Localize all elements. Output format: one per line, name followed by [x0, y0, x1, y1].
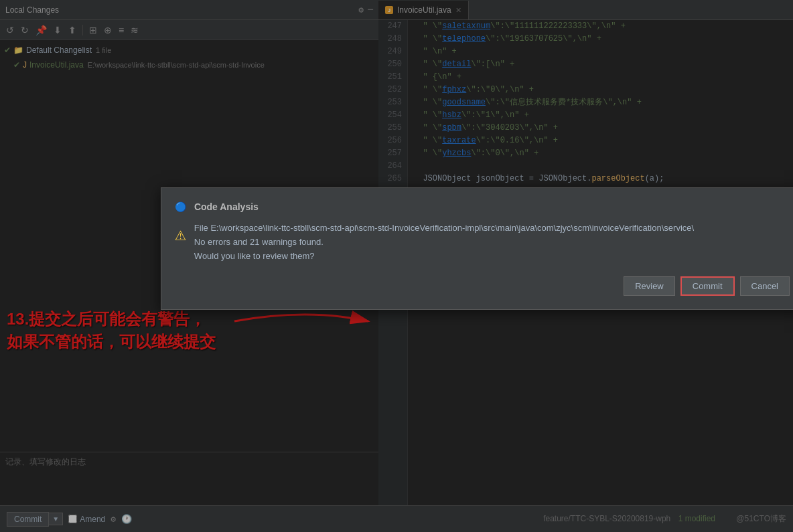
dialog-overlay: 🔵 Code Analysis ⚠ File E:\workspace\link…: [0, 0, 793, 532]
dialog-actions: Review Commit Cancel: [175, 276, 790, 296]
dialog-title: 🔵 Code Analysis: [175, 201, 790, 212]
code-analysis-dialog: 🔵 Code Analysis ⚠ File E:\workspace\link…: [161, 187, 793, 310]
dialog-message3: Would you like to review them?: [194, 250, 694, 264]
dialog-message1: File E:\workspace\link-ttc-stbll\scm-std…: [194, 221, 694, 236]
commit-button[interactable]: Commit: [680, 276, 735, 296]
warning-icon: ⚠: [175, 223, 186, 263]
dialog-message2: No errors and 21 warnings found.: [194, 236, 694, 250]
cancel-button[interactable]: Cancel: [740, 276, 790, 296]
dialog-body: ⚠ File E:\workspace\link-ttc-stbll\scm-s…: [175, 221, 790, 263]
review-button[interactable]: Review: [624, 276, 675, 296]
dialog-text: File E:\workspace\link-ttc-stbll\scm-std…: [194, 221, 694, 263]
